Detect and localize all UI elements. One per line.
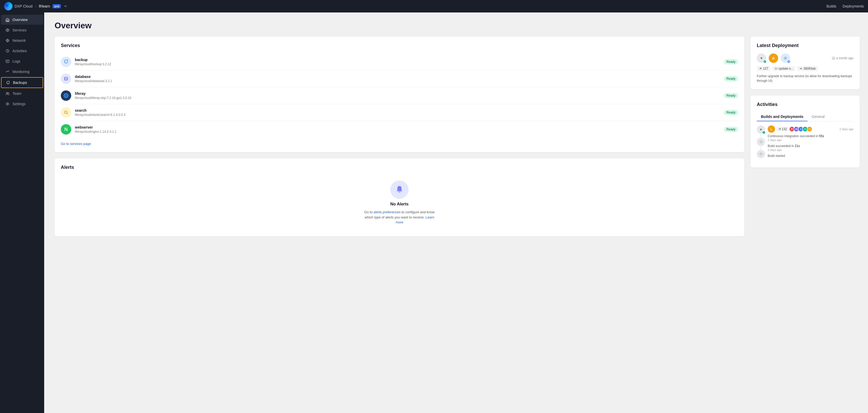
sidebar-label-monitoring: Monitoring — [12, 70, 29, 74]
project-name[interactable]: lfrlearn — [39, 4, 50, 8]
status-badge-search: Ready — [724, 110, 738, 115]
activities-tabs: Builds and Deployments General — [757, 113, 854, 121]
svg-point-12 — [760, 141, 762, 143]
content-grid: Services backup liferaycloud/backup:3.2.… — [55, 37, 860, 236]
sidebar-item-network[interactable]: Network — [1, 36, 43, 45]
bell-icon — [390, 181, 408, 199]
act-build-text: Build succeeded in 21s — [768, 144, 854, 148]
activity-icon — [5, 49, 10, 53]
app-body: Overview Services Network Activities Log… — [0, 12, 868, 413]
service-row: search liferaycloud/elasticsearch:6.1.4-… — [61, 104, 738, 121]
sidebar-label-activities: Activities — [12, 49, 27, 53]
backups-icon — [6, 80, 10, 85]
service-image-backup: liferaycloud/backup:3.2.12 — [75, 62, 724, 66]
sidebar-label-overview: Overview — [12, 18, 28, 22]
act-ci-subtime: 2 days ago — [768, 138, 854, 141]
deploy-upload-avatar: ✓ — [757, 54, 766, 63]
commit-tag: 38093ab — [797, 66, 818, 71]
activities-card: Activities Builds and Deployments Genera… — [750, 96, 860, 167]
settings-icon — [5, 101, 10, 106]
home-icon — [5, 18, 10, 22]
status-badge-database: Ready — [724, 76, 738, 81]
backup-icon — [61, 57, 71, 67]
service-image-liferay: liferaycloud/liferay-dxp:7.2.10-ga1-3.0.… — [75, 96, 724, 100]
learn-more-link[interactable]: Learn more — [396, 215, 434, 224]
left-column: Services backup liferaycloud/backup:3.2.… — [55, 37, 744, 236]
latest-deployment-title: Latest Deployment — [757, 43, 854, 48]
status-badge-liferay: Ready — [724, 93, 738, 98]
logs-icon — [5, 59, 10, 64]
status-badge-backup: Ready — [724, 59, 738, 64]
right-column: Latest Deployment ✓ A ⟳ — [750, 37, 860, 236]
webserver-icon: N — [61, 124, 71, 134]
alerts-card: Alerts No Alerts Go to alerts preference… — [55, 158, 744, 236]
act-upload-icon: ✓ — [757, 125, 765, 134]
alerts-preferences-link[interactable]: alerts preferences — [373, 210, 401, 214]
activity-item: ✓ L — [757, 125, 854, 158]
monitoring-icon — [5, 69, 10, 74]
topnav: DXP Cloud › lfrlearn prd Builds Deployme… — [0, 0, 868, 12]
svg-rect-0 — [7, 20, 8, 22]
alerts-card-title: Alerts — [61, 165, 738, 170]
branch-tag: update-v... — [772, 66, 795, 71]
sidebar-label-network: Network — [12, 38, 26, 42]
sidebar-item-monitoring[interactable]: Monitoring — [1, 67, 43, 76]
act-sub-icon — [757, 138, 765, 146]
avatar-check-icon: ✓ — [763, 60, 767, 63]
tab-general[interactable]: General — [807, 113, 829, 121]
deploy-gear-avatar: ⟳ — [781, 54, 790, 63]
service-name-search: search — [75, 108, 724, 113]
svg-point-7 — [64, 77, 68, 78]
search-icon-service — [61, 107, 71, 118]
act-build-subtime: 2 days ago — [768, 148, 854, 152]
svg-point-4 — [6, 93, 8, 94]
sidebar-item-overview[interactable]: Overview — [1, 15, 43, 25]
deployments-link[interactable]: Deployments — [842, 4, 864, 8]
go-to-services-link[interactable]: Go to services page — [61, 142, 91, 146]
alerts-empty-state: No Alerts Go to alerts preferences to co… — [61, 175, 738, 230]
page-title: Overview — [55, 21, 860, 30]
service-name-webserver: webserver — [75, 125, 724, 129]
gear-check-icon: ⟳ — [787, 60, 790, 63]
cube-icon — [5, 28, 10, 32]
env-badge[interactable]: prd — [53, 4, 61, 8]
sidebar: Overview Services Network Activities Log… — [0, 12, 44, 413]
service-row: N webserver liferaycloud/nginx:1.14.2-3.… — [61, 121, 738, 138]
svg-point-13 — [760, 153, 762, 155]
team-icon — [5, 91, 10, 96]
sidebar-label-team: Team — [12, 91, 21, 96]
env-dropdown-button[interactable] — [63, 4, 68, 8]
sidebar-item-settings[interactable]: Settings — [1, 99, 43, 109]
sidebar-item-team[interactable]: Team — [1, 89, 43, 98]
no-alerts-description: Go to alerts preferences to configure an… — [361, 210, 438, 225]
database-icon — [61, 73, 71, 84]
act-build-num: 132 — [777, 127, 789, 131]
service-image-search: liferaycloud/elasticsearch:6.1.4-3.0.3 — [75, 113, 724, 117]
latest-deployment-card: Latest Deployment ✓ A ⟳ — [750, 37, 860, 89]
sidebar-item-logs[interactable]: Logs — [1, 56, 43, 66]
service-row: backup liferaycloud/backup:3.2.12 Ready — [61, 54, 738, 70]
service-image-database: liferaycloud/database:3.2.1 — [75, 79, 724, 83]
dxp-cloud-logo — [4, 2, 12, 10]
build-num-tag: 127 — [757, 66, 770, 71]
deployment-meta-tags: 127 update-v... 38093ab — [757, 66, 854, 71]
service-name-backup: backup — [75, 58, 724, 62]
main-content: Overview Services backup liferaycloud/ba… — [44, 12, 868, 413]
sidebar-item-backups[interactable]: Backups — [1, 77, 43, 88]
svg-point-6 — [7, 103, 8, 105]
sidebar-label-logs: Logs — [12, 59, 20, 63]
deployment-message: Further upgrade to backup service (to al… — [757, 74, 854, 83]
tab-builds-deployments[interactable]: Builds and Deployments — [757, 113, 807, 121]
builds-link[interactable]: Builds — [827, 4, 836, 8]
sidebar-item-activities[interactable]: Activities — [1, 46, 43, 56]
service-image-webserver: liferaycloud/nginx:1.14.2-3.1.1 — [75, 130, 724, 133]
sidebar-item-services[interactable]: Services — [1, 25, 43, 35]
svg-rect-3 — [6, 60, 9, 63]
topnav-right: Builds Deployments — [827, 4, 864, 8]
act-build-started-text: Build started — [768, 154, 854, 158]
activities-title: Activities — [757, 102, 854, 107]
service-row: liferay liferaycloud/liferay-dxp:7.2.10-… — [61, 87, 738, 104]
status-badge-webserver: Ready — [724, 127, 738, 132]
svg-point-11 — [800, 68, 802, 69]
services-card-title: Services — [61, 43, 738, 48]
